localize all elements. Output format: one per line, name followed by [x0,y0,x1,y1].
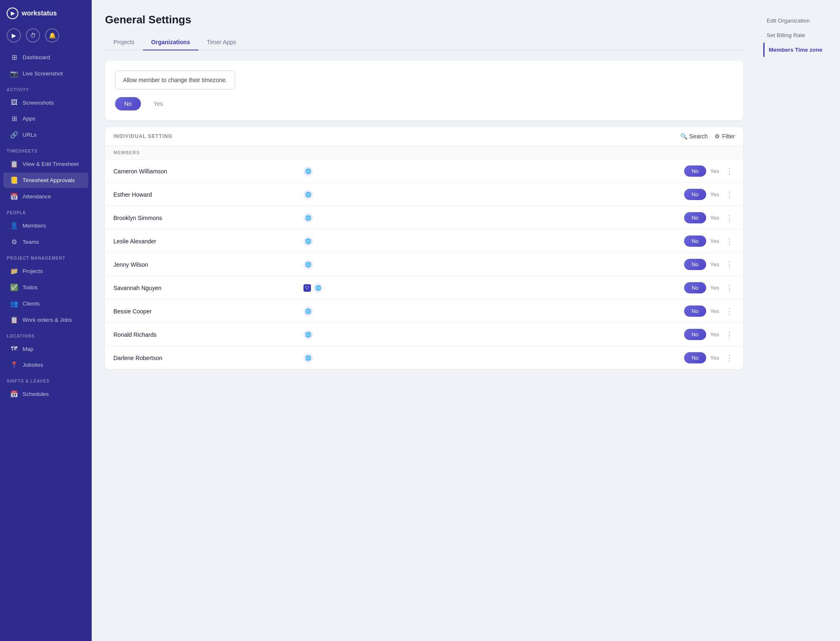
more-options-button[interactable]: ⋮ [724,330,735,339]
sidebar-item-live-screenshot[interactable]: 📷 Live Screenshot [3,66,88,81]
app-name: workstatus [22,10,57,17]
member-icons: 🌐 [303,213,684,223]
member-name: Savannah Nguyen [113,285,303,291]
globe-icon: 🌐 [303,213,313,223]
sidebar-item-label: Schedules [23,391,49,397]
sidebar-item-timesheet-approvals[interactable]: 📒 Timesheet Approvals [3,173,88,188]
member-toggle: No Yes [684,305,719,317]
sidebar-item-teams[interactable]: ⚙ Teams [3,234,88,250]
member-no-button[interactable]: No [684,305,706,317]
member-no-button[interactable]: No [684,282,706,293]
member-yes-label: Yes [710,285,719,291]
sidebar-item-label: Attendance [23,193,51,200]
sidebar-item-view-edit-timesheet[interactable]: 📋 View & Edit Timesheet [3,156,88,172]
tab-projects[interactable]: Projects [105,35,143,50]
play-icon-btn[interactable]: ▶ [7,28,21,43]
attendance-icon: 📅 [10,193,18,200]
globe-icon: 🌐 [303,237,313,246]
member-yes-label: Yes [710,215,719,221]
globe-icon: 🌐 [303,260,313,269]
sidebar-item-label: View & Edit Timesheet [23,161,79,167]
sidebar-item-jobsites[interactable]: 📍 Jobsites [3,357,88,373]
sidebar-item-label: Live Screenshot [23,70,63,77]
table-row: Darlene Robertson 🌐 No Yes ⋮ [105,346,743,369]
sidebar-item-projects[interactable]: 📁 Projects [3,263,88,279]
more-options-button[interactable]: ⋮ [724,213,735,223]
apps-icon: ⊞ [10,115,18,123]
app-logo: ▶ workstatus [0,0,92,27]
member-yes-label: Yes [710,238,719,244]
member-toggle: No Yes [684,329,719,340]
member-name: Cameron Williamson [113,168,303,175]
timer-icon-btn[interactable]: ⏱ [26,28,40,43]
sidebar-item-dashboard[interactable]: ⊞ Dashboard [3,50,88,65]
members-header-label: MEMBERS [105,146,743,160]
screenshots-icon: 🖼 [10,99,18,106]
more-options-button[interactable]: ⋮ [724,167,735,176]
more-options-button[interactable]: ⋮ [724,237,735,246]
sidebar-item-schedules[interactable]: 📅 Schedules [3,386,88,402]
header-actions: 🔍 Search ⚙ Filter [680,133,735,140]
sidebar-item-attendance[interactable]: 📅 Attendance [3,189,88,204]
search-icon: 🔍 [680,133,687,140]
sidebar-item-work-orders[interactable]: 📋 Work orders & Jobs [3,312,88,328]
member-yes-label: Yes [710,168,719,174]
member-name: Brooklyn Simmons [113,215,303,221]
more-options-button[interactable]: ⋮ [724,353,735,363]
member-toggle: No Yes [684,259,719,270]
notification-icon-btn[interactable]: 🔔 [45,28,59,43]
member-no-button[interactable]: No [684,189,706,200]
tab-timer-apps[interactable]: Timer Apps [198,35,244,50]
sidebar-item-todos[interactable]: ✅ Todos [3,280,88,295]
member-icons: 🌐 [303,307,684,316]
timezone-card: Allow member to change their timezone. N… [105,60,743,120]
member-no-button[interactable]: No [684,235,706,247]
member-yes-label: Yes [710,355,719,361]
sidebar-item-label: Timesheet Approvals [23,177,75,183]
sidebar-item-apps[interactable]: ⊞ Apps [3,111,88,126]
more-options-button[interactable]: ⋮ [724,190,735,199]
member-no-button[interactable]: No [684,352,706,363]
member-toggle: No Yes [684,212,719,223]
member-name: Jenny Wilson [113,261,303,268]
filter-button[interactable]: ⚙ Filter [715,133,735,140]
sidebar-item-urls[interactable]: 🔗 URLs [3,127,88,143]
globe-icon: 🌐 [303,307,313,316]
table-row: Leslie Alexander 🌐 No Yes ⋮ [105,230,743,253]
right-panel: Edit Organization Set Billing Rate Membe… [757,0,840,641]
member-icons: 🌐 [303,260,684,269]
more-options-button[interactable]: ⋮ [724,307,735,316]
toggle-no-button[interactable]: No [115,97,141,110]
right-panel-set-billing-rate[interactable]: Set Billing Rate [763,28,833,43]
right-panel-members-time-zone[interactable]: Members Time zone [763,43,833,57]
member-yes-label: Yes [710,308,719,314]
member-name: Ronald Richards [113,331,303,338]
sidebar-item-label: Screenshots [23,100,54,106]
member-no-button[interactable]: No [684,329,706,340]
sidebar-item-screenshots[interactable]: 🖼 Screenshots [3,95,88,110]
member-no-button[interactable]: No [684,165,706,177]
more-options-button[interactable]: ⋮ [724,283,735,293]
section-label-shifts-leaves: SHIFTS & LEAVES [0,373,92,386]
sidebar-icon-row: ▶ ⏱ 🔔 [0,27,92,49]
search-button[interactable]: 🔍 Search [680,133,708,140]
member-toggle: No Yes [684,235,719,247]
member-toggle: No Yes [684,282,719,293]
toggle-yes-button[interactable]: Yes [144,97,172,110]
tab-organizations[interactable]: Organizations [143,35,198,50]
table-row: Ronald Richards 🌐 No Yes ⋮ [105,323,743,346]
member-no-button[interactable]: No [684,259,706,270]
sidebar-item-clients[interactable]: 👥 Clients [3,296,88,311]
member-no-button[interactable]: No [684,212,706,223]
sidebar-item-map[interactable]: 🗺 Map [3,341,88,356]
member-name: Esther Howard [113,191,303,198]
section-label-people: PEOPLE [0,205,92,218]
sidebar-item-members[interactable]: 👤 Members [3,218,88,233]
sidebar-item-label: Apps [23,115,35,122]
right-panel-edit-organization[interactable]: Edit Organization [763,13,833,28]
member-toggle: No Yes [684,165,719,177]
individual-setting-label: INDIVIDUAL SETTING [113,133,173,139]
more-options-button[interactable]: ⋮ [724,260,735,269]
timesheet-approvals-icon: 📒 [10,176,18,184]
member-toggle: No Yes [684,352,719,363]
